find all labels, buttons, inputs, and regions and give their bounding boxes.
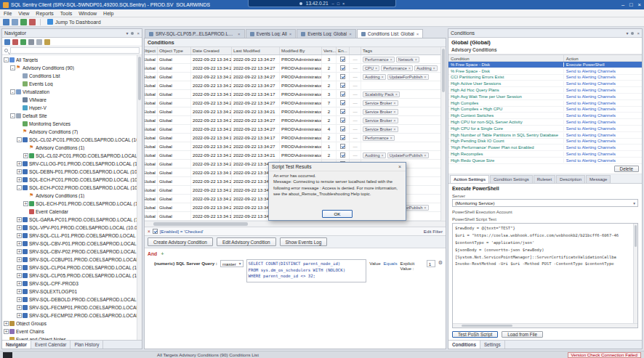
expand-icon[interactable]: + xyxy=(17,233,22,238)
column-header[interactable] xyxy=(350,47,361,54)
remove-tag-icon[interactable]: × xyxy=(424,153,426,158)
tag-chip[interactable]: Scalability Pack× xyxy=(363,91,400,97)
table-row[interactable]: GlobalGlobal2022-09-22 13:34:272022-09-2… xyxy=(145,81,440,90)
enabled-checkbox[interactable] xyxy=(340,118,345,123)
expand-icon[interactable]: + xyxy=(17,313,22,318)
operator-dropdown[interactable]: Equals xyxy=(384,261,398,266)
remove-tag-icon[interactable]: × xyxy=(393,110,395,114)
table-row[interactable]: GlobalGlobal2022-09-22 13:34:272022-09-2… xyxy=(145,64,440,73)
refresh-icon[interactable] xyxy=(20,39,26,45)
tree-item[interactable]: +SRV-SQL-FECMP01.PROD.COELSAPROD.LOCAL (… xyxy=(2,304,137,312)
tree-item[interactable]: -⚑Advisory Conditions (90) xyxy=(2,64,137,72)
tree-item[interactable]: +SQL-CL02-PC01.PROD.COELSAPROD.LOCAL (15… xyxy=(2,152,137,160)
jump-to-dashboard-button[interactable]: Jump To Dashboard xyxy=(45,18,103,25)
remove-tag-icon[interactable]: × xyxy=(424,206,426,210)
row-options-icon[interactable]: — xyxy=(350,81,361,89)
collapse-icon[interactable]: - xyxy=(17,137,22,142)
tab-action-settings[interactable]: Action Settings xyxy=(450,175,489,183)
tab-navigator[interactable]: Navigator xyxy=(2,341,31,349)
document-tab[interactable]: SRV-SQL-CLP05.P...ELSAPROD.LOCAL× xyxy=(145,29,245,38)
expand-icon[interactable]: + xyxy=(17,225,22,230)
edit-advisory-condition-button[interactable]: Edit Advisory Condition xyxy=(217,237,276,246)
grid-vertical-scrollbar[interactable] xyxy=(440,47,446,221)
enabled-checkbox[interactable] xyxy=(340,100,345,105)
maximize-button[interactable]: □ xyxy=(629,1,633,8)
tag-chip[interactable]: UpdateForPublish× xyxy=(387,152,429,158)
row-options-icon[interactable]: — xyxy=(350,73,361,81)
tag-chip[interactable]: Network× xyxy=(396,57,419,62)
remove-tag-icon[interactable]: × xyxy=(415,57,417,62)
stop-icon[interactable] xyxy=(29,19,36,25)
tree-item[interactable]: Event Calendar xyxy=(2,208,137,216)
tag-chip[interactable]: Service Broker× xyxy=(363,109,398,115)
row-options-icon[interactable]: — xyxy=(350,107,361,115)
row-options-icon[interactable]: — xyxy=(350,116,361,124)
menu-view[interactable]: View xyxy=(18,11,29,16)
show-events-log-button[interactable]: Show Events Log xyxy=(280,237,328,246)
condition-row[interactable]: High CPU for non-SQL Server ActivitySend… xyxy=(448,119,642,126)
condition-row[interactable]: CCI Partitioning Errors ExistSend to Ale… xyxy=(448,75,642,81)
collapse-icon[interactable]: - xyxy=(10,89,15,94)
tab-description[interactable]: Description xyxy=(556,175,585,183)
script-vertical-scrollbar[interactable] xyxy=(633,224,637,323)
refresh-icon[interactable] xyxy=(20,19,27,25)
tree-item[interactable]: +SQL-DEBN-P01.PROD.COELSAPROD.LOCAL (10.… xyxy=(2,168,137,176)
grid-horizontal-scrollbar[interactable] xyxy=(145,221,446,227)
logic-operator[interactable]: And xyxy=(148,251,157,256)
tree-item[interactable]: Monitoring Services xyxy=(2,120,137,128)
tag-chip[interactable]: CPU× xyxy=(363,65,379,71)
remove-tag-icon[interactable]: × xyxy=(382,153,384,158)
table-row[interactable]: GlobalGlobal2022-09-22 13:34:272022-09-2… xyxy=(145,125,440,134)
navigator-search-input[interactable] xyxy=(10,47,140,54)
collapse-icon[interactable]: - xyxy=(10,65,15,70)
tree-item[interactable]: +SRV-SQL-CLL-P01.PROD.COELSAPROD.LOCAL (… xyxy=(2,232,137,240)
table-row[interactable]: GlobalGlobal2022-09-22 13:34:272022-09-2… xyxy=(145,55,440,64)
delete-button[interactable]: Delete xyxy=(614,166,639,172)
remove-tag-icon[interactable]: × xyxy=(390,136,393,140)
table-row[interactable]: GlobalGlobal2022-09-22 13:34:272022-09-2… xyxy=(145,142,440,151)
condition-row[interactable]: High RecompilesSend to Alerting Channels xyxy=(448,151,642,158)
expand-icon[interactable]: + xyxy=(4,321,9,326)
tree-item[interactable]: +SRV-SQL-CBV-P01.PROD.COELSAPROD.LOCAL (… xyxy=(2,240,137,248)
tree-item[interactable]: +SRV-SQL-DEBOLD.PROD.COELSAPROD.LOCAL (1… xyxy=(2,296,137,304)
tree-item[interactable]: +SRV-SQL-CLP05.PROD.COELSAPROD.LOCAL (10… xyxy=(2,272,137,280)
table-row[interactable]: GlobalGlobal2022-09-22 13:34:272022-09-2… xyxy=(145,73,440,81)
tree-item[interactable]: +SRV-SQLEXTLOGP01 xyxy=(2,288,137,296)
server-dropdown[interactable]: (Monitoring Service) ▾ xyxy=(452,199,638,207)
tree-item[interactable]: +SRV-CLLOG-P01.PROD.COELSAPROD.LOCAL (10… xyxy=(2,160,137,168)
menu-tools[interactable]: Tools xyxy=(60,11,72,16)
collapse-icon[interactable]: - xyxy=(10,113,15,118)
document-tab[interactable]: Conditions List: Global× xyxy=(357,29,423,38)
forward-icon[interactable] xyxy=(12,19,18,25)
taskbar-icon[interactable] xyxy=(3,352,12,358)
row-options-icon[interactable]: — xyxy=(350,90,361,98)
condition-row[interactable]: High Number of Table Partitions in SQL S… xyxy=(448,132,642,139)
expand-all-icon[interactable] xyxy=(28,39,34,45)
back-icon[interactable] xyxy=(3,19,9,25)
table-row[interactable]: GlobalGlobal2022-09-22 13:34:172022-09-2… xyxy=(145,134,440,142)
expand-icon[interactable]: + xyxy=(17,257,22,262)
tag-chip[interactable]: Service Broker× xyxy=(363,126,398,132)
row-options-icon[interactable]: — xyxy=(350,142,361,150)
close-button[interactable]: × xyxy=(638,1,641,8)
remove-tag-icon[interactable]: × xyxy=(433,66,435,70)
table-row[interactable]: GlobalGlobal2022-09-22 13:34:272022-09-2… xyxy=(145,99,440,107)
tag-chip[interactable]: UpdateForPublish× xyxy=(387,74,429,80)
minimize-button[interactable]: – xyxy=(621,1,624,8)
menu-window[interactable]: Window xyxy=(79,11,97,16)
row-options-icon[interactable]: — xyxy=(350,64,361,72)
expand-icon[interactable]: + xyxy=(17,273,22,278)
expand-icon[interactable]: + xyxy=(17,249,22,254)
row-options-icon[interactable]: — xyxy=(350,55,361,63)
expand-icon[interactable]: + xyxy=(4,329,9,334)
condition-row[interactable]: High CPU for a Single CoreSend to Alerti… xyxy=(448,126,642,132)
tree-item[interactable]: ⚑Advisory Conditions (7) xyxy=(2,128,137,136)
tree-item[interactable]: +SQL-VPV-P01.PROD.COELSAPROD.LOCAL (10.0… xyxy=(2,224,137,232)
tree-item[interactable]: +SRV-SQL-FECMP02.PROD.COELSAPROD.LOCAL (… xyxy=(2,312,137,320)
condition-row[interactable]: % Free Space - DiskSend to Alerting Chan… xyxy=(448,68,642,75)
expand-icon[interactable]: + xyxy=(17,305,22,310)
column-header[interactable]: Vers... xyxy=(322,47,337,54)
expand-icon[interactable]: + xyxy=(17,265,22,270)
column-header[interactable]: Last Modified xyxy=(232,47,280,54)
column-header[interactable]: Date Created xyxy=(191,47,232,54)
